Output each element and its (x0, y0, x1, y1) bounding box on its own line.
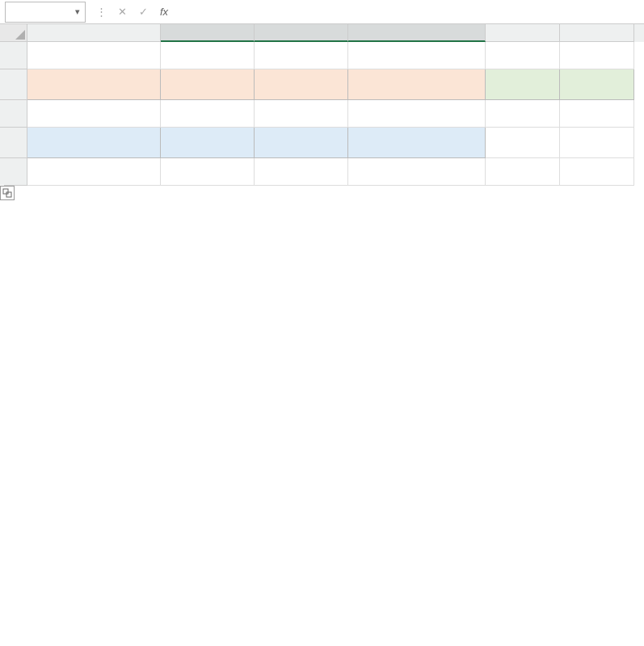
cell-C1[interactable] (255, 42, 348, 69)
col-header-E[interactable] (486, 24, 560, 42)
row-1 (0, 42, 644, 69)
cell-E21[interactable] (486, 158, 560, 186)
col-header-F[interactable] (560, 24, 634, 42)
row-header-21[interactable] (0, 158, 27, 186)
spreadsheet-grid[interactable]: ＋ (0, 24, 644, 186)
cell-B21[interactable] (161, 158, 255, 186)
row-2 (0, 69, 644, 100)
result-header-task[interactable] (27, 128, 161, 158)
cell-F15[interactable] (560, 128, 634, 158)
row-header-2[interactable] (0, 69, 27, 100)
header-department[interactable] (255, 69, 348, 100)
formula-bar: ▾ ⋮ ✕ ✓ fx (0, 0, 644, 24)
cell-D14[interactable] (348, 100, 486, 128)
cell-E1[interactable] (486, 42, 560, 69)
cell-F1[interactable] (560, 42, 634, 69)
cell-F14[interactable] (560, 100, 634, 128)
result-header-emp[interactable] (348, 128, 486, 158)
header-destination[interactable] (161, 69, 255, 100)
fx-icon[interactable]: fx (157, 6, 171, 18)
col-header-D[interactable] (348, 24, 486, 42)
cell-B14[interactable] (161, 100, 255, 128)
autofill-options-button[interactable] (0, 186, 15, 200)
row-15 (0, 128, 644, 158)
cell-D1[interactable] (348, 42, 486, 69)
cell-E15[interactable] (486, 128, 560, 158)
col-header-C[interactable] (255, 24, 348, 42)
header-employee[interactable] (348, 69, 486, 100)
enter-icon[interactable]: ✓ (136, 6, 150, 18)
row-header-15[interactable] (0, 128, 27, 158)
row-21 (0, 158, 644, 186)
cell-E14[interactable] (486, 100, 560, 128)
name-box[interactable]: ▾ (5, 2, 86, 23)
select-all-corner[interactable] (0, 24, 27, 42)
header-task-name[interactable] (27, 69, 161, 100)
svg-rect-1 (6, 192, 11, 197)
cell-A1[interactable] (27, 42, 161, 69)
row-header-1[interactable] (0, 42, 27, 69)
cell-A21[interactable] (27, 158, 161, 186)
dropdown-icon[interactable]: ▾ (75, 6, 80, 17)
cell-F21[interactable] (560, 158, 634, 186)
header-match[interactable] (486, 69, 560, 100)
row-14 (0, 100, 644, 128)
result-header-dest[interactable] (161, 128, 255, 158)
cell-A14[interactable] (27, 100, 161, 128)
cell-D21[interactable] (348, 158, 486, 186)
svg-rect-0 (3, 189, 8, 194)
cell-C21[interactable] (255, 158, 348, 186)
header-seq[interactable] (560, 69, 634, 100)
result-header-dept[interactable] (255, 128, 348, 158)
col-header-A[interactable] (27, 24, 161, 42)
separator-icon: ⋮ (94, 6, 108, 18)
column-headers-row (0, 24, 644, 42)
cell-B1[interactable] (161, 42, 255, 69)
col-header-B[interactable] (161, 24, 255, 42)
cancel-icon[interactable]: ✕ (115, 6, 129, 18)
cell-C14[interactable] (255, 100, 348, 128)
formula-bar-controls: ⋮ ✕ ✓ fx (86, 6, 179, 18)
row-header-14[interactable] (0, 100, 27, 128)
